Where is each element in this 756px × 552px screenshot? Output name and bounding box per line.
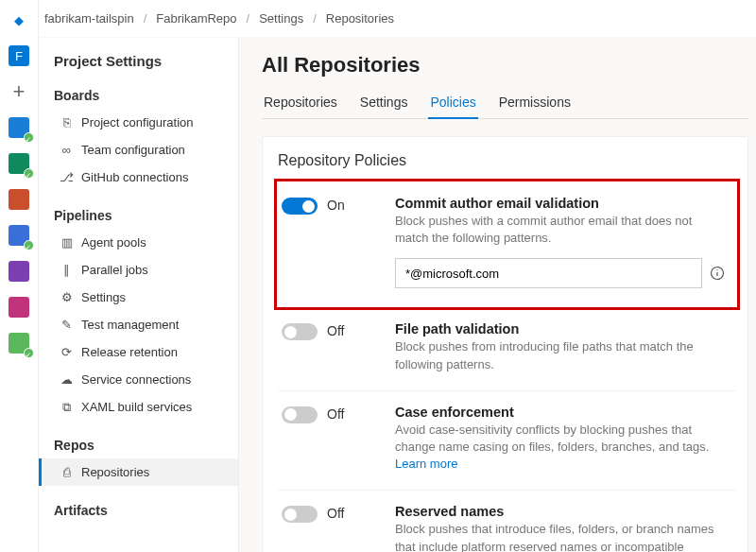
check-badge xyxy=(24,348,34,358)
project-avatar-glyph: F xyxy=(9,45,29,66)
settings-group-repos[interactable]: Repos xyxy=(39,432,238,458)
boards-icon[interactable] xyxy=(5,113,33,142)
sidebar-item-label: Test management xyxy=(81,318,179,332)
sidebar-item-label: Project configuration xyxy=(81,115,194,129)
policy-desc: Avoid case-sensitivity conflicts by bloc… xyxy=(395,422,725,474)
compliance-icon[interactable] xyxy=(5,329,33,357)
sidebar-item-label: Release retention xyxy=(81,345,178,359)
item-icon: ∞ xyxy=(60,143,74,157)
sidebar-item-label: Repositories xyxy=(81,465,149,479)
breadcrumb-item[interactable]: Repositories xyxy=(326,11,394,26)
azure-devops-logo[interactable]: ◆ xyxy=(5,6,33,34)
page-title: All Repositories xyxy=(262,53,748,78)
breadcrumb-item[interactable]: fabrikam-tailspin xyxy=(44,11,134,26)
sidebar-item-project-configuration[interactable]: ⎘Project configuration xyxy=(39,109,238,136)
learn-more-link[interactable]: Learn more xyxy=(395,457,457,471)
settings-group-pipelines[interactable]: Pipelines xyxy=(39,202,238,229)
tab-permissions[interactable]: Permissions xyxy=(497,89,573,118)
sidebar-item-label: Agent pools xyxy=(81,235,146,250)
settings-group-artifacts[interactable]: Artifacts xyxy=(39,497,238,524)
item-icon: ∥ xyxy=(60,263,74,277)
item-icon: ⧉ xyxy=(60,400,74,414)
main-panel: All Repositories RepositoriesSettingsPol… xyxy=(239,38,756,552)
sidebar-item-label: Team configuration xyxy=(81,143,185,157)
policy-title: File path validation xyxy=(395,321,725,336)
testplans-icon[interactable] xyxy=(5,221,33,250)
settings-group-boards[interactable]: Boards xyxy=(39,82,238,109)
sidebar-item-label: Service connections xyxy=(81,372,191,387)
sidebar-item-settings[interactable]: ⚙Settings xyxy=(39,284,238,311)
sidebar-item-label: GitHub connections xyxy=(81,170,188,184)
sidebar-item-test-management[interactable]: ✎Test management xyxy=(39,311,238,338)
item-icon: ▥ xyxy=(60,235,74,250)
breadcrumb: fabrikam-tailspin/FabrikamRepo/Settings/… xyxy=(39,0,756,38)
tab-settings[interactable]: Settings xyxy=(358,89,410,118)
breadcrumb-item[interactable]: Settings xyxy=(259,11,303,26)
policy-case-enforcement: OffCase enforcementAvoid case-sensitivit… xyxy=(278,391,736,492)
policy-desc: Block pushes that introduce files, folde… xyxy=(395,521,725,552)
toggle[interactable] xyxy=(282,323,318,340)
dashboards-icon-glyph xyxy=(9,297,29,318)
toggle[interactable] xyxy=(282,198,318,215)
toggle-knob xyxy=(284,509,297,521)
tab-repositories[interactable]: Repositories xyxy=(262,89,339,118)
toggle-knob xyxy=(302,200,315,213)
item-icon: ✎ xyxy=(60,318,74,332)
project-avatar[interactable]: F xyxy=(5,42,33,70)
check-badge xyxy=(24,240,34,250)
policy-desc: Block pushes from introducing file paths… xyxy=(395,338,725,372)
pattern-input[interactable] xyxy=(395,258,702,288)
section-title: Repository Policies xyxy=(278,152,736,169)
toggle-label: Off xyxy=(327,406,344,422)
policy-title: Commit author email validation xyxy=(395,196,725,211)
dashboards-icon[interactable] xyxy=(5,293,33,321)
sidebar-item-team-configuration[interactable]: ∞Team configuration xyxy=(39,136,238,164)
policy-desc: Block pushes with a commit author email … xyxy=(395,213,725,247)
policy-title: Reserved names xyxy=(395,504,725,519)
toggle-knob xyxy=(284,408,297,421)
sidebar-item-parallel-jobs[interactable]: ∥Parallel jobs xyxy=(39,256,238,284)
policies-card: Repository Policies OnCommit author emai… xyxy=(262,136,748,552)
toggle[interactable] xyxy=(282,506,318,523)
pipelines-icon[interactable] xyxy=(5,185,33,214)
toggle[interactable] xyxy=(282,406,318,423)
pipelines-icon-glyph xyxy=(9,189,29,210)
info-icon[interactable] xyxy=(710,266,725,281)
item-icon: ⚙ xyxy=(60,290,74,304)
toggle-knob xyxy=(284,326,297,338)
main-column: fabrikam-tailspin/FabrikamRepo/Settings/… xyxy=(39,0,756,552)
item-icon: ⟳ xyxy=(60,345,74,359)
artifacts-icon[interactable] xyxy=(5,257,33,285)
breadcrumb-sep: / xyxy=(313,11,317,26)
sidebar-item-label: Parallel jobs xyxy=(81,263,148,277)
plus-icon[interactable]: + xyxy=(5,78,33,106)
sidebar-item-agent-pools[interactable]: ▥Agent pools xyxy=(39,229,238,256)
content-area: Project Settings Boards⎘Project configur… xyxy=(39,38,756,552)
plus-icon: + xyxy=(13,79,26,104)
settings-sidebar: Project Settings Boards⎘Project configur… xyxy=(39,38,239,552)
toggle-label: Off xyxy=(327,323,344,338)
policy-commit-author-email-validation: OnCommit author email validationBlock pu… xyxy=(276,181,738,308)
breadcrumb-sep: / xyxy=(247,11,250,26)
sidebar-item-release-retention[interactable]: ⟳Release retention xyxy=(39,338,238,366)
artifacts-icon-glyph xyxy=(9,261,29,282)
item-icon: ⎘ xyxy=(60,115,74,129)
sidebar-item-xaml-build-services[interactable]: ⧉XAML build services xyxy=(39,393,238,421)
sidebar-item-service-connections[interactable]: ☁Service connections xyxy=(39,366,238,393)
sidebar-item-repositories[interactable]: ⎙Repositories xyxy=(39,458,238,486)
toggle-label: Off xyxy=(327,506,344,521)
tab-policies[interactable]: Policies xyxy=(428,89,477,119)
sidebar-item-github-connections[interactable]: ⎇GitHub connections xyxy=(39,164,238,191)
item-icon: ⎇ xyxy=(60,170,74,184)
icon-rail: ◆F+ xyxy=(0,0,39,552)
repos-icon[interactable] xyxy=(5,149,33,178)
policy-title: Case enforcement xyxy=(395,405,725,420)
sidebar-item-label: XAML build services xyxy=(81,400,192,414)
policy-file-path-validation: OffFile path validationBlock pushes from… xyxy=(278,308,736,390)
breadcrumb-item[interactable]: FabrikamRepo xyxy=(156,11,236,26)
check-badge xyxy=(24,132,34,143)
policy-reserved-names: OffReserved namesBlock pushes that intro… xyxy=(278,491,736,552)
check-badge xyxy=(24,168,34,179)
settings-title: Project Settings xyxy=(39,47,238,82)
item-icon: ☁ xyxy=(60,372,74,387)
